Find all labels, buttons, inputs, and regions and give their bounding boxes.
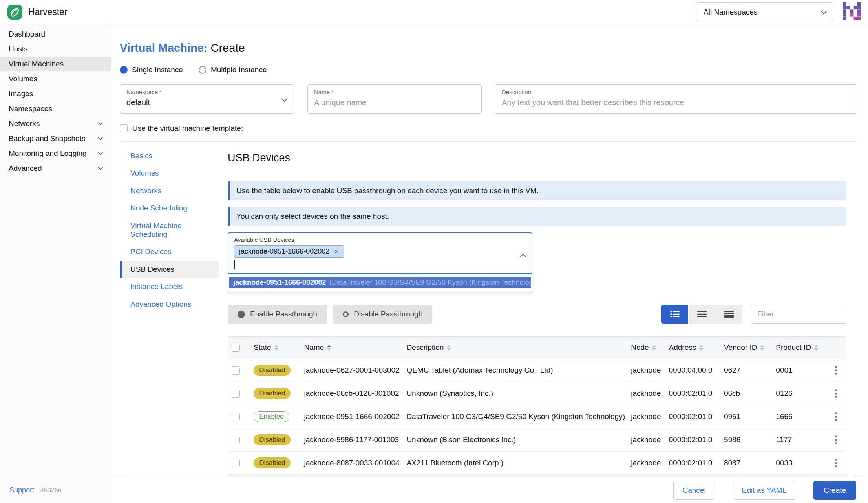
row-actions-button[interactable]: ⋮ — [831, 411, 841, 422]
cell-node: jacknode — [627, 452, 665, 475]
cell-address: 0000:02:01.0 — [665, 382, 720, 405]
cell-name: jacknode-0951-1666-002002 — [300, 405, 403, 428]
cell-description: DataTraveler 100 G3/G4/SE9 G2/50 Kyson (… — [402, 405, 627, 428]
status-badge: Disabled — [254, 388, 291, 399]
top-header: Harvester All Namespaces — [0, 0, 868, 24]
table-header-row: State Name Description Node Address Vend… — [228, 337, 846, 359]
row-actions-button[interactable]: ⋮ — [831, 364, 841, 375]
cell-name: jacknode-0627-0001-003002 — [300, 359, 403, 382]
row-checkbox[interactable] — [232, 459, 240, 467]
sidebar-item-backup-and-snapshots[interactable]: Backup and Snapshots — [0, 131, 111, 146]
sidebar-item-monitoring-and-logging[interactable]: Monitoring and Logging — [0, 146, 111, 161]
column-header-name[interactable]: Name — [300, 337, 403, 359]
sidebar-item-namespaces[interactable]: Namespaces — [0, 101, 111, 116]
description-label: Description — [502, 89, 851, 95]
row-checkbox[interactable] — [232, 436, 240, 444]
cell-product-id: 0126 — [772, 382, 827, 405]
table-row[interactable]: Enabled jacknode-0951-1666-002002 DataTr… — [228, 405, 846, 428]
topbar-right: All Namespaces — [696, 2, 861, 22]
cell-address: 0000:04:00.0 — [665, 359, 720, 382]
row-actions-button[interactable]: ⋮ — [831, 388, 841, 399]
sidebar-item-label: Volumes — [9, 75, 37, 83]
table-row[interactable]: Disabled jacknode-0627-0001-003002 QEMU … — [228, 359, 846, 382]
rancher-pixel-logo-icon[interactable] — [843, 2, 861, 22]
remove-tag-icon[interactable]: ✕ — [334, 248, 339, 255]
radio-unselected-icon — [199, 66, 206, 74]
tab-vm-scheduling[interactable]: Virtual Machine Scheduling — [120, 217, 219, 243]
table-row[interactable]: Disabled jacknode-8087-0033-001004 AX211… — [228, 452, 846, 475]
name-field[interactable]: Name * — [307, 84, 482, 114]
cancel-button[interactable]: Cancel — [673, 481, 715, 500]
tab-node-scheduling[interactable]: Node Scheduling — [120, 199, 219, 217]
row-checkbox[interactable] — [232, 390, 240, 398]
table-row[interactable]: Disabled jacknode-5986-1177-001003 Unkno… — [228, 428, 846, 452]
status-badge: Disabled — [254, 457, 291, 468]
cell-name: jacknode-5986-1177-001003 — [300, 428, 403, 452]
disable-passthrough-button[interactable]: Disable Passthrough — [333, 305, 432, 324]
tab-usb-devices[interactable]: USB Devices — [120, 261, 219, 278]
cell-address: 0000:02:01.0 — [665, 428, 720, 452]
description-input[interactable] — [502, 98, 833, 107]
template-checkbox-row: Use the virtual machine template: — [120, 124, 857, 133]
tab-volumes[interactable]: Volumes — [120, 165, 219, 182]
row-actions-button[interactable]: ⋮ — [831, 457, 841, 468]
column-header-vendor-id[interactable]: Vendor ID — [720, 337, 772, 359]
sidebar-item-label: Monitoring and Logging — [9, 149, 87, 158]
panel-heading: USB Devices — [228, 152, 846, 164]
column-header-state[interactable]: State — [250, 337, 300, 359]
sidebar-item-dashboard[interactable]: Dashboard — [0, 27, 111, 42]
usb-device-input[interactable]: Available USB Devices jacknode-0951-1666… — [228, 232, 532, 274]
sidebar-item-label: Hosts — [9, 45, 28, 53]
column-header-address[interactable]: Address — [665, 337, 720, 359]
filled-circle-icon — [238, 311, 245, 318]
usb-device-combobox: Available USB Devices jacknode-0951-1666… — [228, 232, 532, 274]
cell-vendor-id: 0951 — [720, 405, 772, 428]
status-badge: Disabled — [254, 434, 291, 445]
tab-basics[interactable]: Basics — [120, 147, 219, 165]
single-instance-radio[interactable]: Single Instance — [120, 66, 183, 74]
name-input[interactable] — [314, 98, 467, 107]
row-checkbox[interactable] — [232, 366, 240, 375]
create-button[interactable]: Create — [813, 481, 856, 500]
flat-list-view-button[interactable] — [688, 305, 715, 324]
support-link[interactable]: Support — [9, 486, 34, 494]
sort-icon — [327, 345, 331, 351]
row-checkbox[interactable] — [232, 413, 240, 421]
dropdown-option[interactable]: jacknode-0951-1666-002002 (DataTraveler … — [229, 277, 531, 288]
tab-instance-labels[interactable]: Instance Labels — [120, 278, 219, 295]
cell-name: jacknode-06cb-0126-001002 — [300, 382, 403, 405]
multiple-instance-radio[interactable]: Multiple Instance — [199, 66, 267, 74]
sidebar-item-advanced[interactable]: Advanced — [0, 161, 111, 176]
column-header-node[interactable]: Node — [627, 337, 665, 359]
use-template-checkbox[interactable] — [120, 124, 128, 132]
column-header-description[interactable]: Description — [402, 337, 627, 359]
sidebar-item-label: Backup and Snapshots — [9, 134, 85, 143]
tab-advanced-options[interactable]: Advanced Options — [120, 296, 219, 313]
description-field[interactable]: Description — [495, 84, 857, 114]
table-view-button[interactable] — [715, 305, 742, 324]
sidebar-item-volumes[interactable]: Volumes — [0, 71, 111, 86]
enable-passthrough-button[interactable]: Enable Passthrough — [228, 305, 327, 324]
row-actions-button[interactable]: ⋮ — [831, 434, 841, 445]
chevron-up-icon[interactable] — [520, 254, 526, 260]
edit-as-yaml-button[interactable]: Edit as YAML — [733, 481, 795, 500]
sidebar-item-hosts[interactable]: Hosts — [0, 42, 111, 57]
namespace-filter-select[interactable]: All Namespaces — [696, 2, 833, 22]
sidebar-item-images[interactable]: Images — [0, 86, 111, 101]
select-all-checkbox[interactable] — [232, 344, 240, 352]
app-name: Harvester — [28, 7, 68, 17]
instance-mode-radios: Single Instance Multiple Instance — [120, 66, 857, 74]
filter-input[interactable] — [751, 305, 846, 324]
namespace-select[interactable]: Namespace * default — [120, 84, 294, 114]
column-header-product-id[interactable]: Product ID — [772, 337, 827, 359]
outline-circle-icon — [343, 311, 349, 317]
grouped-list-view-button[interactable] — [661, 305, 688, 324]
tab-pci-devices[interactable]: PCI Devices — [120, 243, 219, 260]
sidebar-item-virtual-machines[interactable]: Virtual Machines — [0, 57, 111, 71]
cell-node: jacknode — [627, 359, 665, 382]
brand[interactable]: Harvester — [7, 4, 68, 20]
table-row[interactable]: Disabled jacknode-06cb-0126-001002 Unkno… — [228, 382, 846, 405]
sidebar-item-networks[interactable]: Networks — [0, 116, 111, 131]
tab-networks[interactable]: Networks — [120, 182, 219, 199]
page-title-prefix: Virtual Machine: — [120, 42, 207, 54]
